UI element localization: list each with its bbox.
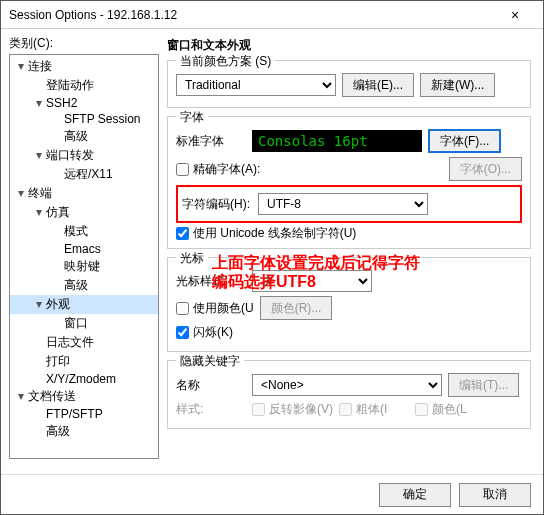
tree-item[interactable]: 高级 — [10, 276, 158, 295]
invert-checkbox — [252, 403, 265, 416]
encoding-select[interactable]: UTF-8 — [258, 193, 428, 215]
unicode-lines-label: 使用 Unicode 线条绘制字符(U) — [193, 225, 356, 242]
tree-item-label: 连接 — [28, 59, 52, 73]
font-button[interactable]: 字体(F)... — [428, 129, 501, 153]
chevron-icon: ▾ — [32, 205, 46, 219]
tree-item[interactable]: 高级 — [10, 422, 158, 441]
encoding-highlight: 字符编码(H): UTF-8 — [176, 185, 522, 223]
precise-font-checkbox[interactable] — [176, 163, 189, 176]
tree-item-label: 终端 — [28, 186, 52, 200]
tree-item-label: 日志文件 — [46, 335, 94, 349]
blink-checkbox[interactable] — [176, 326, 189, 339]
tree-item[interactable]: 高级 — [10, 127, 158, 146]
color-scheme-new-button[interactable]: 新建(W)... — [420, 73, 495, 97]
tree-item[interactable]: ▾外观 — [10, 295, 158, 314]
tree-item[interactable]: 模式 — [10, 222, 158, 241]
blink-label: 闪烁(K) — [193, 324, 233, 341]
tree-item-label: 外观 — [46, 297, 70, 311]
tree-item-label: SFTP Session — [64, 112, 140, 126]
tree-item-label: 映射键 — [64, 259, 100, 273]
color-scheme-edit-button[interactable]: 编辑(E)... — [342, 73, 414, 97]
font-preview: Consolas 16pt — [252, 130, 422, 152]
right-pane: 窗口和文本外观 当前颜色方案 (S) Traditional 编辑(E)... … — [167, 35, 535, 474]
chevron-icon: ▾ — [32, 96, 46, 110]
use-color-checkbox[interactable] — [176, 302, 189, 315]
color-scheme-group: 当前颜色方案 (S) Traditional 编辑(E)... 新建(W)... — [167, 60, 531, 108]
precise-font-label: 精确字体(A): — [193, 161, 260, 178]
tree-item-label: 打印 — [46, 354, 70, 368]
standard-font-label: 标准字体 — [176, 133, 246, 150]
tree-item-label: 高级 — [64, 278, 88, 292]
tree-item-label: SSH2 — [46, 96, 77, 110]
tree-item[interactable]: X/Y/Zmodem — [10, 371, 158, 387]
precise-font-button: 字体(O)... — [449, 157, 522, 181]
chevron-icon: ▾ — [32, 148, 46, 162]
hide-keyword-legend: 隐藏关键字 — [176, 353, 244, 370]
tree-item[interactable]: SFTP Session — [10, 111, 158, 127]
fonts-group: 字体 标准字体 Consolas 16pt 字体(F)... 精确字体(A): … — [167, 116, 531, 249]
footer: 确定 取消 — [1, 474, 543, 514]
tree-item[interactable]: 远程/X11 — [10, 165, 158, 184]
tree-item-label: 窗口 — [64, 316, 88, 330]
tree-item-label: 高级 — [64, 129, 88, 143]
tree-item[interactable]: 日志文件 — [10, 333, 158, 352]
tree-item[interactable]: 映射键 — [10, 257, 158, 276]
chevron-icon: ▾ — [14, 389, 28, 403]
tree-item[interactable]: 登陆动作 — [10, 76, 158, 95]
hide-keyword-group: 隐藏关键字 名称 <None> 编辑(T)... 样式: 反转影像(V) 粗体(… — [167, 360, 531, 429]
tree-item[interactable]: ▾连接 — [10, 57, 158, 76]
tree-item[interactable]: ▾SSH2 — [10, 95, 158, 111]
chevron-icon: ▾ — [14, 186, 28, 200]
tree-item-label: 远程/X11 — [64, 167, 113, 181]
tree-item-label: 登陆动作 — [46, 78, 94, 92]
left-pane: 类别(C): ▾连接登陆动作▾SSH2SFTP Session高级▾端口转发远程… — [9, 35, 159, 474]
panel-heading: 窗口和文本外观 — [167, 37, 531, 54]
category-tree[interactable]: ▾连接登陆动作▾SSH2SFTP Session高级▾端口转发远程/X11▾终端… — [9, 54, 159, 459]
tree-item-label: X/Y/Zmodem — [46, 372, 116, 386]
bold-checkbox — [339, 403, 352, 416]
close-icon[interactable]: × — [495, 7, 535, 23]
tree-item[interactable]: 打印 — [10, 352, 158, 371]
hide-edit-button: 编辑(T)... — [448, 373, 519, 397]
tree-item[interactable]: ▾终端 — [10, 184, 158, 203]
tree-item-label: FTP/SFTP — [46, 407, 103, 421]
tree-item-label: 端口转发 — [46, 148, 94, 162]
title-bar: Session Options - 192.168.1.12 × — [1, 1, 543, 29]
cursor-legend: 光标 — [176, 250, 208, 267]
tree-item-label: 文档传送 — [28, 389, 76, 403]
tree-item-label: 模式 — [64, 224, 88, 238]
hide-name-select[interactable]: <None> — [252, 374, 442, 396]
window-title: Session Options - 192.168.1.12 — [9, 8, 495, 22]
encoding-label: 字符编码(H): — [182, 196, 252, 213]
annotation-overlay: 上面字体设置完成后记得字符 编码选择UTF8 — [212, 253, 420, 291]
cursor-color-button: 颜色(R)... — [260, 296, 333, 320]
use-color-label: 使用颜色(U — [193, 300, 254, 317]
chevron-icon: ▾ — [32, 297, 46, 311]
color-scheme-legend: 当前颜色方案 (S) — [176, 53, 275, 70]
tree-item[interactable]: ▾仿真 — [10, 203, 158, 222]
content: 类别(C): ▾连接登陆动作▾SSH2SFTP Session高级▾端口转发远程… — [1, 29, 543, 474]
tree-item-label: Emacs — [64, 242, 101, 256]
hide-name-label: 名称 — [176, 377, 246, 394]
tree-item[interactable]: Emacs — [10, 241, 158, 257]
fonts-legend: 字体 — [176, 109, 208, 126]
tree-item[interactable]: FTP/SFTP — [10, 406, 158, 422]
category-label: 类别(C): — [9, 35, 159, 52]
hide-style-label: 样式: — [176, 401, 246, 418]
tree-item-label: 仿真 — [46, 205, 70, 219]
tree-item[interactable]: ▾端口转发 — [10, 146, 158, 165]
color-scheme-select[interactable]: Traditional — [176, 74, 336, 96]
ok-button[interactable]: 确定 — [379, 483, 451, 507]
unicode-lines-checkbox[interactable] — [176, 227, 189, 240]
color-checkbox — [415, 403, 428, 416]
tree-item[interactable]: 窗口 — [10, 314, 158, 333]
chevron-icon: ▾ — [14, 59, 28, 73]
cancel-button[interactable]: 取消 — [459, 483, 531, 507]
tree-item[interactable]: ▾文档传送 — [10, 387, 158, 406]
tree-item-label: 高级 — [46, 424, 70, 438]
